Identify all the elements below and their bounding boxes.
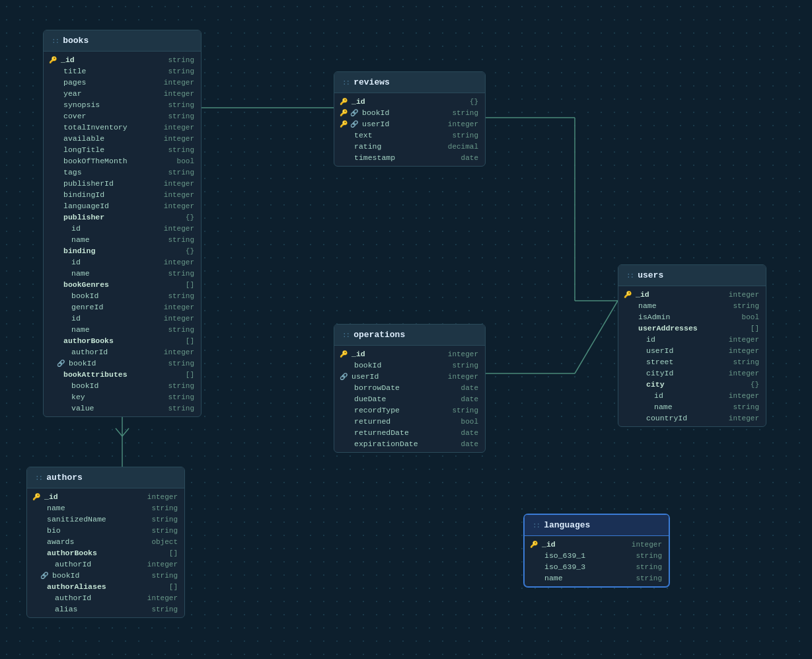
field-name: id [645, 335, 723, 344]
table-row: authorAliases [] [27, 581, 184, 592]
table-row: longTitle string [44, 144, 201, 155]
field-type: {} [161, 247, 194, 255]
field-name: _id [350, 97, 443, 106]
field-name: countryId [645, 414, 723, 422]
field-name: genreId [70, 303, 159, 311]
table-row: binding {} [44, 245, 201, 256]
field-name: userId [645, 346, 723, 355]
drag-icon: :: [52, 37, 59, 45]
field-name: authorBooks [46, 549, 142, 557]
users-table-header: :: users [618, 265, 766, 286]
field-name: bookId [353, 361, 443, 369]
field-name: name [543, 574, 626, 582]
field-name: awards [46, 537, 142, 546]
table-row: name string [44, 234, 201, 245]
field-name: bookId [67, 359, 159, 368]
field-type: bool [161, 157, 194, 165]
languages-table-title: languages [544, 520, 590, 530]
table-row: iso_639_3 string [525, 561, 669, 572]
field-name: _id [59, 56, 159, 64]
field-name: publisherId [62, 179, 159, 188]
table-row: totalInventory integer [44, 122, 201, 133]
field-type: integer [161, 225, 194, 233]
field-type: integer [445, 350, 478, 358]
field-name: publisher [62, 213, 159, 221]
field-type: integer [161, 180, 194, 188]
field-name: name [637, 301, 723, 310]
table-row: name string [618, 300, 766, 311]
table-row: name string [27, 502, 184, 514]
field-type: string [145, 504, 178, 512]
field-type: integer [726, 336, 759, 344]
field-name: name [653, 403, 723, 411]
field-name: name [70, 325, 159, 334]
field-type: {} [726, 381, 759, 389]
link-icon: 🔗 [57, 360, 65, 368]
field-type: date [445, 154, 478, 162]
field-name: iso_639_1 [543, 551, 626, 560]
field-type: integer [726, 369, 759, 377]
field-name: authorId [70, 348, 159, 356]
field-type: integer [726, 291, 759, 299]
field-type: string [145, 572, 178, 580]
table-row: 🔑 _id integer [334, 348, 485, 360]
field-name: city [645, 380, 723, 389]
field-type: string [145, 527, 178, 535]
field-name: tags [62, 168, 159, 176]
table-row: id integer [44, 256, 201, 268]
field-name: authorBooks [62, 336, 159, 345]
table-row: publisher {} [44, 212, 201, 223]
reviews-table: :: reviews 🔑 _id {} 🔑 🔗 bookId string 🔑 … [334, 71, 486, 167]
table-row: id integer [618, 334, 766, 345]
table-row: bookGenres [] [44, 279, 201, 290]
field-type: string [161, 101, 194, 109]
reviews-table-header: :: reviews [334, 72, 485, 93]
table-row: publisherId integer [44, 178, 201, 189]
field-type: string [726, 403, 759, 411]
table-row: rating decimal [334, 141, 485, 152]
field-name: value [70, 404, 159, 412]
drag-icon: :: [626, 272, 634, 280]
field-type: [] [161, 371, 194, 379]
field-type: string [161, 326, 194, 334]
table-row: city {} [618, 379, 766, 390]
field-name: binding [62, 247, 159, 255]
table-row: name string [525, 572, 669, 584]
books-table-body: 🔑 _id string title string pages integer … [44, 52, 201, 416]
table-row: cover string [44, 110, 201, 122]
books-table-title: books [63, 36, 89, 46]
field-name: id [70, 224, 159, 233]
field-name: key [70, 393, 159, 401]
table-row: name string [618, 401, 766, 412]
table-row: userAddresses [] [618, 323, 766, 334]
field-type: string [445, 109, 478, 117]
field-name: _id [540, 540, 626, 549]
field-name: bookId [361, 108, 443, 117]
key-icon: 🔑 [340, 109, 348, 117]
field-type: object [145, 538, 178, 546]
field-type: [] [145, 583, 178, 591]
drag-icon: :: [533, 522, 540, 529]
table-row: street string [618, 356, 766, 368]
operations-table-title: operations [353, 330, 405, 340]
table-row: returned bool [334, 416, 485, 427]
field-name: _id [634, 290, 723, 299]
field-type: {} [161, 213, 194, 221]
field-type: string [629, 552, 662, 560]
table-row: authorId integer [27, 592, 184, 603]
users-table-title: users [638, 270, 663, 280]
field-name: _id [350, 350, 443, 358]
authors-table-title: authors [46, 473, 83, 483]
table-row: recordType string [334, 405, 485, 416]
field-type: string [445, 132, 478, 139]
table-row: returnedDate date [334, 427, 485, 438]
authors-table: :: authors 🔑 _id integer name string san… [26, 467, 185, 618]
table-row: synopsis string [44, 99, 201, 110]
field-type: string [161, 169, 194, 176]
field-name: returnedDate [353, 428, 443, 437]
field-type: {} [445, 98, 478, 106]
field-type: string [161, 270, 194, 278]
field-type: integer [629, 541, 662, 549]
table-row: value string [44, 403, 201, 414]
field-name: year [62, 89, 159, 98]
